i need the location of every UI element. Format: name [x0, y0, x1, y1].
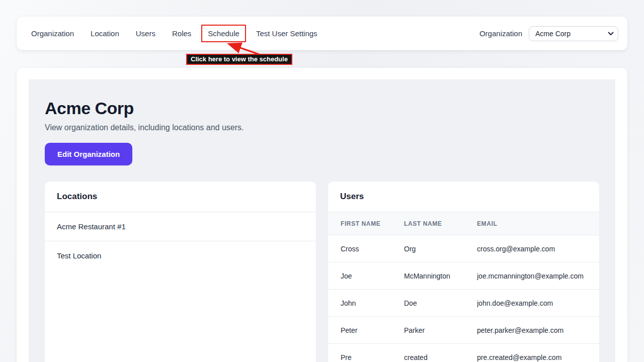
users-column-header: LAST NAME [404, 212, 477, 235]
edit-organization-button[interactable]: Edit Organization [45, 143, 132, 165]
nav-item-test-user-settings[interactable]: Test User Settings [256, 29, 317, 38]
org-selector-label: Organization [479, 29, 522, 38]
user-table-cell: cross.org@example.com [477, 235, 599, 262]
top-nav: OrganizationLocationUsersRolesScheduleTe… [17, 17, 627, 50]
user-table-cell: john.doe@example.com [477, 290, 599, 317]
nav-item-users[interactable]: Users [136, 29, 155, 38]
organization-panel: Acme Corp View organization details, inc… [17, 68, 627, 362]
page-subtitle: View organization details, including loc… [45, 123, 599, 132]
location-list-item[interactable]: Acme Restaurant #1 [45, 212, 316, 241]
user-table-cell: joe.mcmannington@example.com [477, 262, 599, 290]
user-table-row: JohnDoejohn.doe@example.com [328, 290, 599, 317]
tooltip-arrow-icon [221, 39, 267, 56]
users-card-title: Users [328, 182, 599, 212]
users-table-header-row: FIRST NAMELAST NAMEEMAIL [328, 212, 599, 235]
user-table-cell: Peter [328, 317, 404, 344]
users-column-header: EMAIL [477, 212, 599, 235]
user-table-cell: Parker [404, 317, 477, 344]
page-title: Acme Corp [45, 98, 599, 118]
organization-select[interactable]: Acme Corp [529, 26, 618, 41]
locations-list: Acme Restaurant #1Test Location [45, 212, 316, 270]
user-table-cell: John [328, 290, 404, 317]
users-column-header: FIRST NAME [328, 212, 404, 235]
user-table-row: CrossOrgcross.org@example.com [328, 235, 599, 262]
org-selector-group: Organization Acme Corp [479, 26, 618, 41]
user-table-cell: created [404, 344, 477, 362]
users-card: Users FIRST NAMELAST NAMEEMAIL CrossOrgc… [328, 182, 599, 362]
locations-card-title: Locations [45, 182, 316, 212]
user-table-cell: pre.created@example.com [477, 344, 599, 362]
user-table-row: JoeMcManningtonjoe.mcmannington@example.… [328, 262, 599, 290]
user-table-cell: McMannington [404, 262, 477, 290]
org-select-wrap: Acme Corp [529, 26, 618, 41]
users-table: FIRST NAMELAST NAMEEMAIL CrossOrgcross.o… [328, 212, 599, 362]
nav-item-roles[interactable]: Roles [172, 29, 191, 38]
user-table-row: PeterParkerpeter.parker@example.com [328, 317, 599, 344]
nav-item-organization[interactable]: Organization [31, 29, 74, 38]
user-table-cell: peter.parker@example.com [477, 317, 599, 344]
user-table-cell: Cross [328, 235, 404, 262]
user-table-cell: Pre [328, 344, 404, 362]
locations-card: Locations Acme Restaurant #1Test Locatio… [45, 182, 316, 362]
nav-item-location[interactable]: Location [91, 29, 119, 38]
organization-detail-section: Acme Corp View organization details, inc… [29, 79, 615, 362]
location-list-item[interactable]: Test Location [45, 241, 316, 270]
user-table-row: Precreatedpre.created@example.com [328, 344, 599, 362]
cards-row: Locations Acme Restaurant #1Test Locatio… [45, 182, 599, 362]
user-table-cell: Org [404, 235, 477, 262]
user-table-cell: Joe [328, 262, 404, 290]
user-table-cell: Doe [404, 290, 477, 317]
nav-items: OrganizationLocationUsersRolesScheduleTe… [31, 25, 317, 42]
tooltip-text: Click here to view the schedule [191, 55, 288, 63]
